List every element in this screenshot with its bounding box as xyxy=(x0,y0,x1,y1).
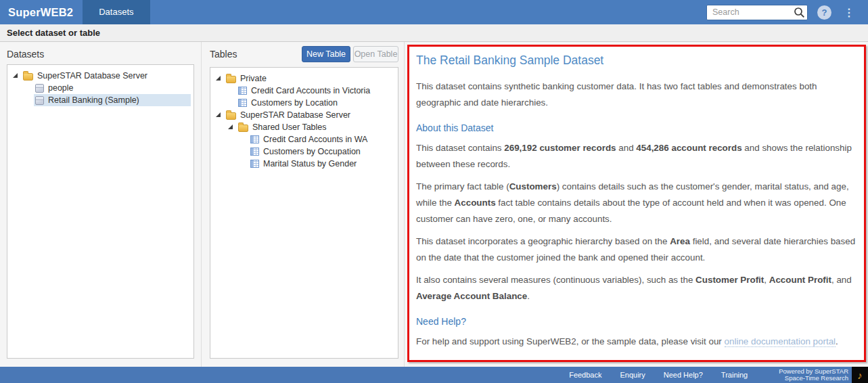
expand-toggle-icon[interactable] xyxy=(228,125,233,129)
powered-by-text: Powered by SuperSTAR Space-Time Research xyxy=(779,368,848,382)
app-logo: SuperWEB2 xyxy=(0,6,83,19)
text-run: . xyxy=(836,336,838,346)
tree-item-shared-user-tables[interactable]: Shared User Tables xyxy=(213,121,395,133)
help-icon[interactable]: ? xyxy=(817,5,831,20)
tree-item-label: Private xyxy=(240,74,267,83)
tree-item-marital-status-by-gender[interactable]: Marital Status by Gender xyxy=(213,158,395,170)
tree-item-credit-card-accounts-in-victoria[interactable]: Credit Card Accounts in Victoria xyxy=(213,85,395,97)
tree-row-body: Private xyxy=(225,72,395,85)
text-run: , xyxy=(764,275,769,285)
datasets-panel: Datasets SuperSTAR Database Serverpeople… xyxy=(0,42,202,367)
text-run: , and xyxy=(831,275,852,285)
tree-item-superstar-database-server[interactable]: SuperSTAR Database Server xyxy=(10,70,191,82)
cube-icon xyxy=(35,84,44,93)
details-paragraph: This dataset contains 269,192 customer r… xyxy=(416,140,856,173)
tree-item-label: Retail Banking (Sample) xyxy=(48,95,139,105)
bold-text: Area xyxy=(670,236,690,246)
folder-icon xyxy=(23,73,33,81)
bold-text: Account Profit xyxy=(769,275,831,285)
open-table-button[interactable]: Open Table xyxy=(353,46,398,62)
tree-row-body: people xyxy=(34,82,191,94)
text-run: and xyxy=(616,143,637,153)
text-run: For help and support using SuperWEB2, or… xyxy=(416,336,725,346)
expand-toggle-icon[interactable] xyxy=(216,112,221,117)
tree-item-label: SuperSTAR Database Server xyxy=(240,110,350,120)
details-title: The Retail Banking Sample Dataset xyxy=(416,53,856,68)
space-time-research-logo-icon: ♪ xyxy=(852,367,868,383)
text-run: The primary fact table ( xyxy=(416,181,509,192)
text-run: Please contact xyxy=(416,359,478,362)
tree-row-body: Marital Status by Gender xyxy=(249,158,395,170)
table-icon xyxy=(250,160,259,168)
details-paragraph: It also contains several measures (conti… xyxy=(416,272,856,305)
tree-item-customers-by-occupation[interactable]: Customers by Occupation xyxy=(213,145,395,158)
bold-text: Customer Profit xyxy=(695,275,764,285)
tab-datasets[interactable]: Datasets xyxy=(83,0,150,24)
footer-link-training[interactable]: Training xyxy=(721,371,748,379)
expand-toggle-icon[interactable] xyxy=(216,76,221,81)
text-run: This dataset contains synthetic banking … xyxy=(416,81,817,108)
details-paragraph: The primary fact table (Customers) conta… xyxy=(416,179,856,227)
tree-item-people[interactable]: people xyxy=(10,82,191,94)
tree-item-label: Shared User Tables xyxy=(252,122,327,132)
bold-text: Average Account Balance xyxy=(416,291,527,301)
overflow-menu-icon[interactable]: ⋮ xyxy=(841,6,857,19)
table-icon xyxy=(238,87,247,95)
search-input[interactable] xyxy=(706,5,808,20)
top-navigation-bar: SuperWEB2 Datasets ? ⋮ xyxy=(0,0,868,24)
folder-icon xyxy=(226,112,236,120)
tree-row-body: Credit Card Accounts in Victoria xyxy=(237,85,395,97)
tree-item-private[interactable]: Private xyxy=(213,72,395,85)
tree-item-retail-banking-sample[interactable]: Retail Banking (Sample) xyxy=(10,94,191,106)
table-icon xyxy=(250,148,259,156)
tree-item-label: Marital Status by Gender xyxy=(263,159,357,168)
details-paragraph: This dataset contains synthetic banking … xyxy=(416,78,856,111)
folder-icon xyxy=(238,125,248,132)
footer-link-need-help[interactable]: Need Help? xyxy=(664,371,703,379)
search-box xyxy=(706,5,808,20)
main-content: Datasets SuperSTAR Database Serverpeople… xyxy=(0,42,868,367)
new-table-button[interactable]: New Table xyxy=(302,46,350,62)
tree-item-superstar-database-server[interactable]: SuperSTAR Database Server xyxy=(213,109,395,121)
text-run: This dataset contains xyxy=(416,143,504,153)
tree-item-label: SuperSTAR Database Server xyxy=(37,71,147,81)
tree-item-label: Credit Card Accounts in WA xyxy=(263,135,367,144)
table-icon xyxy=(238,99,247,107)
tables-panel: Tables New Table Open Table PrivateCredi… xyxy=(202,42,405,367)
tree-row-body: Customers by Occupation xyxy=(249,145,395,158)
bold-text: 269,192 customer records xyxy=(504,143,616,153)
text-run: . xyxy=(527,291,530,301)
link-online-documentation-portal[interactable]: online documentation portal xyxy=(725,336,836,347)
folder-icon xyxy=(226,76,236,83)
tree-row-body: Customers by Location xyxy=(237,97,395,109)
details-subheading: About this Dataset xyxy=(416,122,856,133)
footer-links: FeedbackEnquiryNeed Help?Training xyxy=(569,371,748,379)
topbar-actions: ? ⋮ xyxy=(706,5,868,20)
text-run: if you require further information. xyxy=(568,359,701,362)
tree-row-body: SuperSTAR Database Server xyxy=(22,70,191,82)
text-run: It also contains several measures (conti… xyxy=(416,275,695,285)
tree-item-label: Credit Card Accounts in Victoria xyxy=(251,86,370,95)
tree-item-credit-card-accounts-in-wa[interactable]: Credit Card Accounts in WA xyxy=(213,133,395,145)
search-icon[interactable] xyxy=(794,7,805,18)
tree-item-label: Customers by Location xyxy=(251,98,338,108)
bold-text: Accounts xyxy=(455,198,496,208)
footer-link-enquiry[interactable]: Enquiry xyxy=(620,371,645,379)
details-paragraph: This dataset incorporates a geographic h… xyxy=(416,233,856,266)
tree-row-body: Credit Card Accounts in WA xyxy=(249,133,395,145)
tree-row-body: SuperSTAR Database Server xyxy=(225,109,395,121)
tree-item-customers-by-location[interactable]: Customers by Location xyxy=(213,97,395,109)
datasets-tree: SuperSTAR Database ServerpeopleRetail Ba… xyxy=(7,64,194,359)
cube-icon xyxy=(35,96,44,105)
tree-item-label: people xyxy=(48,83,74,93)
tree-item-label: Customers by Occupation xyxy=(263,147,361,156)
link-space-time-research[interactable]: Space-Time Research xyxy=(478,359,568,362)
footer-link-feedback[interactable]: Feedback xyxy=(569,371,601,379)
tree-row-body: Retail Banking (Sample) xyxy=(34,94,191,106)
bold-text: Customers xyxy=(509,181,557,192)
tables-panel-title: Tables xyxy=(210,49,237,60)
expand-toggle-icon[interactable] xyxy=(13,73,18,78)
details-paragraph: Please contact Space-Time Research if yo… xyxy=(416,356,856,362)
page-title: Select dataset or table xyxy=(0,24,868,42)
table-icon xyxy=(250,135,259,143)
